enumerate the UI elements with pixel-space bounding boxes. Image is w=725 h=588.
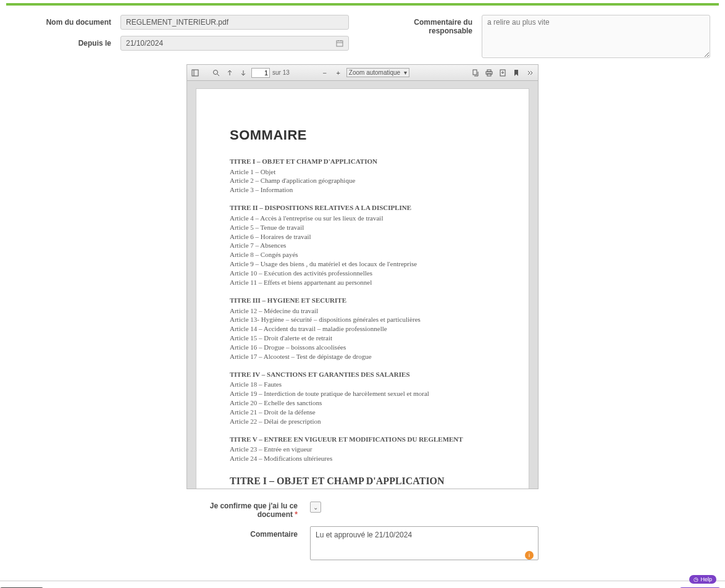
help-pill[interactable]: ◷ Help bbox=[689, 575, 716, 584]
toc-line: Article 1 – Objet bbox=[230, 167, 495, 177]
since-value: 21/10/2024 bbox=[126, 39, 163, 48]
footer-bar: ✕ Annuler ◷ Help Sauvegarder ✔ Valider bbox=[0, 581, 725, 588]
pdf-viewer: sur 13 − + Zoom automatique ▾ SOMMAIRE T… bbox=[186, 64, 539, 489]
toc-line: Article 21 – Droit de la défense bbox=[230, 408, 495, 417]
comment-label: Commentaire bbox=[186, 526, 298, 539]
svg-rect-4 bbox=[192, 70, 198, 76]
toc-line: Article 20 – Echelle des sanctions bbox=[230, 398, 495, 408]
comment-input[interactable] bbox=[310, 526, 539, 560]
page-number-input[interactable] bbox=[251, 68, 270, 78]
summary-heading: SOMMAIRE bbox=[230, 126, 495, 145]
manager-comment-field bbox=[482, 15, 710, 58]
toc-line: Article 23 – Entrée en vigueur bbox=[230, 445, 495, 454]
chevron-down-icon: ▾ bbox=[404, 69, 407, 76]
clock-icon: ◷ bbox=[694, 576, 698, 582]
toc-line: Article 5 – Tenue de travail bbox=[230, 223, 495, 232]
svg-rect-8 bbox=[473, 70, 477, 75]
toc-line: Article 14 – Accident du travail – malad… bbox=[230, 324, 495, 334]
confirm-read-label: Je confirme que j'ai lu ce document * bbox=[186, 502, 298, 519]
more-icon[interactable] bbox=[524, 67, 535, 78]
toc-section: TITRE I – OBJET ET CHAMP D'APPLICATION bbox=[230, 157, 495, 166]
svg-line-7 bbox=[217, 74, 219, 76]
toc-line: Article 13- Hygiène – sécurité – disposi… bbox=[230, 315, 495, 324]
svg-rect-0 bbox=[337, 41, 343, 46]
svg-point-6 bbox=[214, 70, 218, 74]
next-page-icon[interactable] bbox=[238, 67, 249, 78]
chevron-down-icon: ⌄ bbox=[313, 504, 318, 511]
toc-line: Article 7 – Absences bbox=[230, 241, 495, 250]
doc-name-field: REGLEMENT_INTERIEUR.pdf bbox=[120, 15, 349, 30]
pdf-scroll-area[interactable]: SOMMAIRE TITRE I – OBJET ET CHAMP D'APPL… bbox=[187, 81, 538, 489]
since-field: 21/10/2024 bbox=[120, 36, 349, 51]
toc-line: Article 17 – Alcootest – Test de dépista… bbox=[230, 352, 495, 361]
toc-line: Article 11 – Effets et biens appartenant… bbox=[230, 278, 495, 287]
prev-page-icon[interactable] bbox=[224, 67, 235, 78]
translate-icon[interactable]: i bbox=[525, 551, 534, 560]
since-label: Depuis le bbox=[6, 36, 111, 48]
toc-section: TITRE II – DISPOSITIONS RELATIVES A LA D… bbox=[230, 203, 495, 212]
toc-line: Article 10 – Exécution des activités pro… bbox=[230, 269, 495, 278]
toc-line: Article 6 – Horaires de travail bbox=[230, 232, 495, 242]
toc-line: Article 24 – Modifications ultérieures bbox=[230, 454, 495, 463]
confirm-read-checkbox[interactable]: ⌄ bbox=[310, 502, 321, 513]
bookmark-icon[interactable] bbox=[511, 67, 522, 78]
toc-line: Article 8 – Congés payés bbox=[230, 250, 495, 259]
print-icon[interactable] bbox=[484, 67, 495, 78]
pdf-page: SOMMAIRE TITRE I – OBJET ET CHAMP D'APPL… bbox=[196, 88, 529, 489]
zoom-in-icon[interactable]: + bbox=[333, 67, 344, 78]
toc-line: Article 12 – Médecine du travail bbox=[230, 306, 495, 316]
help-label: Help bbox=[700, 576, 712, 582]
toc-line: Article 19 – Interdiction de toute prati… bbox=[230, 389, 495, 398]
header-form: Nom du document REGLEMENT_INTERIEUR.pdf … bbox=[0, 6, 725, 64]
toc-section: TITRE IV – SANCTIONS ET GARANTIES DES SA… bbox=[230, 370, 495, 379]
body-heading: TITRE I – OBJET ET CHAMP D'APPLICATION bbox=[230, 474, 495, 488]
toc-line: Article 16 – Drogue – boissons alcoolisé… bbox=[230, 343, 495, 352]
zoom-select[interactable]: Zoom automatique ▾ bbox=[346, 68, 409, 77]
sidebar-toggle-icon[interactable] bbox=[190, 67, 201, 78]
zoom-out-icon[interactable]: − bbox=[319, 67, 330, 78]
toc-line: Article 18 – Fautes bbox=[230, 380, 495, 389]
toc-line: Article 15 – Droit d'alerte et de retrai… bbox=[230, 334, 495, 343]
manager-comment-label: Commentaire du responsable bbox=[374, 15, 472, 35]
zoom-label: Zoom automatique bbox=[349, 69, 400, 76]
calendar-icon bbox=[336, 40, 343, 47]
toc-line: Article 4 – Accès à l'entreprise ou sur … bbox=[230, 214, 495, 223]
pdf-toolbar: sur 13 − + Zoom automatique ▾ bbox=[187, 65, 538, 81]
page-total-label: sur 13 bbox=[272, 69, 290, 76]
toc-line: Article 2 – Champ d'application géograph… bbox=[230, 176, 495, 185]
toc-line: Article 3 – Information bbox=[230, 185, 495, 195]
search-icon[interactable] bbox=[211, 67, 222, 78]
doc-name-label: Nom du document bbox=[6, 15, 111, 27]
download-icon[interactable] bbox=[497, 67, 508, 78]
toc-section: TITRE V – ENTREE EN VIGUEUR ET MODIFICAT… bbox=[230, 435, 495, 444]
toc-line: Article 9 – Usage des biens , du matérie… bbox=[230, 259, 495, 269]
toc-line: Article 22 – Délai de prescription bbox=[230, 417, 495, 426]
open-file-icon[interactable] bbox=[470, 67, 481, 78]
toc-section: TITRE III – HYGIENE ET SECURITE bbox=[230, 296, 495, 305]
